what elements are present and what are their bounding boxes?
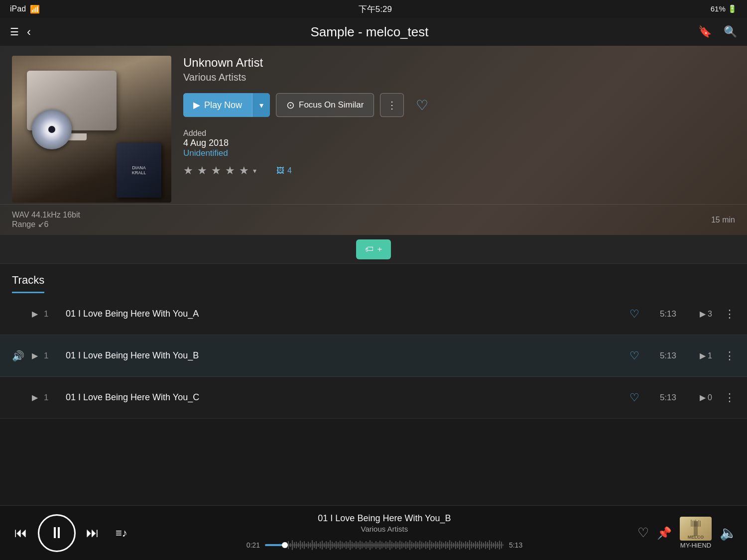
tracks-section: Tracks ▶ 1 01 I Love Being Here With You… — [0, 264, 747, 419]
table-row[interactable]: 🔊 ▶ 1 01 I Love Being Here With You_B ♡ … — [0, 335, 747, 377]
star-2[interactable]: ★ — [197, 164, 207, 177]
track-play-count: ▶ 3 — [688, 309, 712, 319]
format-text: WAV 44.1kHz 16bit — [12, 211, 80, 220]
table-row[interactable]: ▶ 1 01 I Love Being Here With You_A ♡ 5:… — [0, 293, 747, 335]
queue-button[interactable]: ≡♪ — [112, 523, 131, 544]
svg-rect-104 — [489, 540, 490, 550]
waveform[interactable] — [265, 537, 504, 553]
pause-button[interactable]: ⏸ — [38, 514, 76, 552]
svg-rect-1 — [265, 544, 284, 546]
svg-rect-68 — [417, 542, 418, 548]
menu-button[interactable]: ☰ — [10, 26, 19, 38]
svg-rect-44 — [370, 540, 371, 550]
svg-rect-27 — [336, 541, 337, 549]
photo-icon: 🖼 — [276, 166, 284, 175]
track-title: 01 I Love Being Here With You_C — [60, 392, 629, 403]
focus-on-similar-button[interactable]: ⊙ Focus On Similar — [276, 93, 374, 117]
star-5[interactable]: ★ — [239, 164, 249, 177]
svg-rect-39 — [360, 541, 361, 550]
rating-dropdown[interactable]: ▾ — [253, 167, 256, 175]
svg-rect-89 — [459, 541, 460, 550]
device-selector[interactable]: MELCO MY-HiEND — [680, 517, 712, 549]
add-tag-button[interactable]: 🏷 + — [356, 239, 391, 259]
svg-rect-25 — [332, 542, 333, 549]
np-pin-button[interactable]: 📌 — [657, 526, 672, 540]
wifi-icon: 📶 — [30, 4, 40, 14]
svg-rect-110 — [501, 542, 502, 549]
svg-rect-81 — [443, 543, 444, 548]
star-3[interactable]: ★ — [211, 164, 221, 177]
svg-rect-76 — [433, 543, 434, 548]
nav-title-section: Sample - melco_test — [41, 24, 698, 40]
svg-rect-34 — [350, 540, 351, 550]
play-count-icon: ▶ — [700, 351, 706, 360]
svg-rect-7 — [296, 542, 297, 549]
svg-rect-52 — [385, 541, 386, 549]
track-heart-button[interactable]: ♡ — [629, 349, 639, 362]
svg-rect-90 — [461, 542, 462, 549]
star-1[interactable]: ★ — [183, 164, 193, 177]
svg-rect-20 — [322, 541, 323, 550]
unidentified-link[interactable]: Unidentified — [183, 148, 723, 158]
svg-rect-84 — [449, 540, 450, 550]
search-icon[interactable]: 🔍 — [724, 25, 737, 38]
svg-rect-11 — [304, 541, 305, 549]
track-play-button[interactable]: ▶ — [26, 305, 44, 323]
battery-icon: 🔋 — [728, 4, 737, 13]
volume-button[interactable]: 🔈 — [720, 525, 737, 541]
rating-row: ★ ★ ★ ★ ★ ▾ 🖼 4 — [183, 164, 723, 177]
track-play-button[interactable]: ▶ — [26, 389, 44, 407]
add-tag-label: + — [377, 244, 382, 254]
play-count-icon: ▶ — [700, 393, 706, 402]
svg-rect-49 — [379, 541, 380, 550]
chevron-down-icon: ▾ — [259, 101, 263, 110]
track-more-button[interactable]: ⋮ — [724, 308, 735, 321]
svg-rect-61 — [403, 543, 404, 548]
svg-rect-14 — [310, 543, 311, 548]
svg-rect-105 — [491, 542, 492, 549]
track-heart-button[interactable]: ♡ — [629, 308, 639, 321]
svg-rect-57 — [395, 541, 396, 549]
svg-rect-102 — [485, 541, 486, 549]
svg-rect-63 — [407, 542, 408, 548]
svg-rect-97 — [475, 541, 476, 549]
tag-icon: 🏷 — [365, 244, 374, 254]
play-now-dropdown[interactable]: ▾ — [252, 93, 270, 117]
svg-rect-33 — [348, 542, 349, 548]
svg-rect-9 — [300, 541, 301, 550]
track-actions: ♡ 5:13 ▶ 0 ⋮ — [629, 391, 735, 404]
ipad-label: iPad — [10, 4, 26, 13]
progress-row: 0:21 — [139, 537, 629, 553]
star-4[interactable]: ★ — [225, 164, 235, 177]
track-play-button[interactable]: ▶ — [26, 347, 44, 365]
now-playing-bar: ⏮ ⏸ ⏭ ≡♪ 01 I Love Being Here With You_B… — [0, 505, 747, 560]
heart-button[interactable]: ♡ — [410, 93, 434, 117]
battery-status: 61% 🔋 — [711, 4, 737, 13]
photo-count[interactable]: 🖼 4 — [276, 166, 292, 175]
previous-button[interactable]: ⏮ — [10, 522, 32, 544]
svg-rect-107 — [495, 541, 496, 549]
total-time: 5:13 — [509, 541, 522, 549]
next-button[interactable]: ⏭ — [82, 522, 104, 544]
svg-rect-6 — [294, 542, 295, 548]
track-more-button[interactable]: ⋮ — [724, 349, 735, 362]
np-heart-button[interactable]: ♡ — [637, 525, 649, 541]
svg-rect-5 — [292, 540, 293, 550]
more-button[interactable]: ⋮ — [380, 93, 404, 117]
play-now-button[interactable]: ▶ Play Now — [183, 93, 252, 117]
svg-rect-113 — [692, 521, 693, 527]
svg-rect-75 — [431, 542, 432, 549]
svg-rect-100 — [481, 542, 482, 549]
play-now-label: Play Now — [204, 100, 242, 111]
track-heart-button[interactable]: ♡ — [629, 391, 639, 404]
track-more-button[interactable]: ⋮ — [724, 391, 735, 404]
back-button[interactable]: ‹ — [27, 25, 31, 39]
artist-name: Unknown Artist — [183, 56, 723, 70]
bookmark-icon[interactable]: 🔖 — [698, 25, 712, 38]
svg-rect-108 — [497, 542, 498, 548]
table-row[interactable]: ▶ 1 01 I Love Being Here With You_C ♡ 5:… — [0, 377, 747, 419]
play-now-button-group: ▶ Play Now ▾ — [183, 93, 270, 117]
hero-section: DIANAKRALL Unknown Artist Various Artist… — [0, 46, 747, 235]
track-play-count: ▶ 0 — [688, 393, 712, 402]
svg-rect-73 — [427, 542, 428, 548]
